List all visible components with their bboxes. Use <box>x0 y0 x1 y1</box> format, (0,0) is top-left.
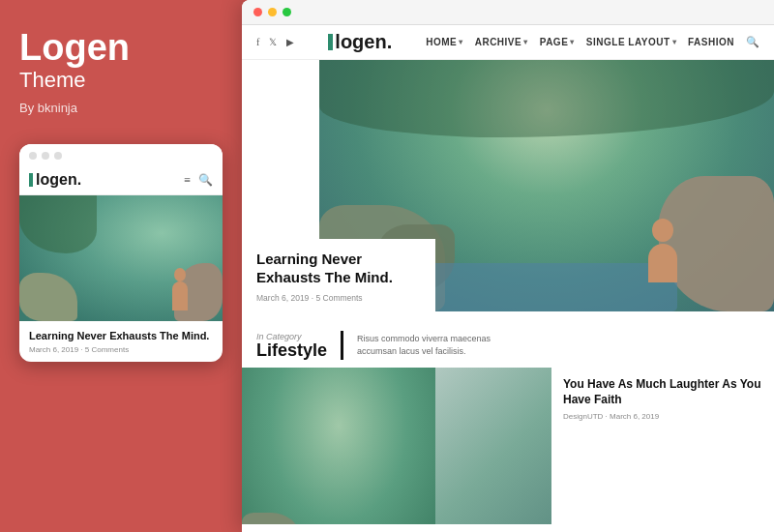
mobile-post-info: Learning Never Exhausts The Mind. March … <box>19 321 223 362</box>
browser-logo-bar <box>328 34 333 50</box>
category-divider <box>341 331 343 360</box>
category-section: In Category Lifestyle Risus commodo vive… <box>242 319 774 371</box>
menu-archive[interactable]: ARCHIVE ▾ <box>475 37 528 47</box>
mobile-logo-bar <box>29 173 33 187</box>
mobile-nav-icons: ≡ 🔍 <box>184 173 213 188</box>
mobile-dot-3 <box>54 152 62 160</box>
mobile-post-meta: March 6, 2019 · 5 Comments <box>29 345 213 354</box>
menu-home[interactable]: HOME ▾ <box>426 37 463 47</box>
bottom-image-1 <box>242 368 435 524</box>
category-name[interactable]: Lifestyle <box>256 341 327 359</box>
figure-hero <box>648 219 677 282</box>
foliage <box>19 195 97 253</box>
menu-fashion[interactable]: FASHION <box>688 37 734 47</box>
browser-menu: HOME ▾ ARCHIVE ▾ PAGE ▾ SINGLE LAYOUT ▾ … <box>426 36 759 48</box>
brand-name: Logen <box>19 29 130 66</box>
water <box>416 263 677 311</box>
hero-article-meta: March 6, 2019 · 5 Comments <box>256 293 421 303</box>
bottom-rock <box>242 513 300 524</box>
mobile-nav: logen. ≡ 🔍 <box>19 167 223 195</box>
mobile-post-title: Learning Never Exhausts The Mind. <box>29 329 213 342</box>
brand-by: By bkninja <box>19 101 77 115</box>
mobile-hamburger-icon[interactable]: ≡ <box>184 173 191 188</box>
brand-subtitle: Theme <box>19 68 85 93</box>
figure-mobile <box>166 268 194 316</box>
browser-nav: f 𝕏 ▶ logen. HOME ▾ ARCHIVE ▾ PAGE ▾ SIN… <box>242 25 774 60</box>
browser-logo: logen. <box>328 31 392 53</box>
rock-left <box>19 273 77 321</box>
browser-panel: f 𝕏 ▶ logen. HOME ▾ ARCHIVE ▾ PAGE ▾ SIN… <box>242 0 774 532</box>
twitter-icon[interactable]: 𝕏 <box>269 37 277 47</box>
article-overlay: Learning Never Exhausts The Mind. March … <box>242 239 435 314</box>
mobile-hero-image <box>19 195 223 321</box>
mobile-titlebar <box>19 144 223 167</box>
bottom-article: You Have As Much Laughter As You Have Fa… <box>551 368 774 524</box>
left-panel: Logen Theme By bkninja logen. ≡ 🔍 <box>0 0 242 532</box>
menu-single-layout[interactable]: SINGLE LAYOUT ▾ <box>586 37 676 47</box>
mobile-preview-card: logen. ≡ 🔍 Learning N <box>19 144 223 362</box>
trees-top <box>319 60 774 137</box>
mobile-logo: logen. <box>29 171 81 189</box>
menu-page[interactable]: PAGE ▾ <box>540 37 575 47</box>
youtube-icon[interactable]: ▶ <box>286 37 294 47</box>
bottom-article-title[interactable]: You Have As Much Laughter As You Have Fa… <box>563 377 762 407</box>
category-description: Risus commodo viverra maecenas accumsan … <box>357 333 512 357</box>
hero-article-title[interactable]: Learning Never Exhausts The Mind. <box>256 251 421 287</box>
browser-titlebar <box>242 0 774 25</box>
mobile-search-icon[interactable]: 🔍 <box>198 173 213 188</box>
browser-dot-yellow[interactable] <box>268 8 277 16</box>
mobile-dot-1 <box>29 152 37 160</box>
browser-dot-red[interactable] <box>253 8 262 16</box>
mobile-dot-2 <box>42 152 49 160</box>
bottom-article-source: DesignUTD · March 6, 2019 <box>563 412 762 421</box>
browser-content: Learning Never Exhausts The Mind. March … <box>242 60 774 524</box>
browser-dot-green[interactable] <box>283 8 291 16</box>
bottom-row: You Have As Much Laughter As You Have Fa… <box>242 368 774 524</box>
bottom-image-2 <box>435 368 551 524</box>
facebook-icon[interactable]: f <box>256 37 259 47</box>
search-icon[interactable]: 🔍 <box>746 36 759 48</box>
browser-nav-left: f 𝕏 ▶ <box>256 37 294 47</box>
